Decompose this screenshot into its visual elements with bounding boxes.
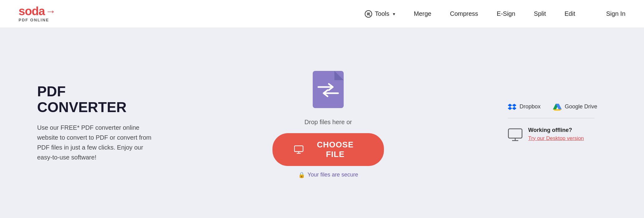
drop-text: Drop files here or — [304, 119, 352, 126]
header: soda → PDF ONLINE Tools ▾ Merge Compress… — [0, 0, 644, 28]
nav-split[interactable]: Split — [534, 10, 546, 17]
gdrive-icon — [553, 103, 562, 111]
nav-compress[interactable]: Compress — [450, 10, 478, 17]
offline-title: Working offline? — [528, 127, 584, 133]
nav-tools[interactable]: Tools ▾ — [364, 10, 395, 18]
main-content: PDF CONVERTER Use our FREE* PDF converte… — [0, 28, 644, 218]
logo-arrow: → — [46, 6, 56, 16]
offline-info: Working offline? Try our Desktop version — [528, 127, 584, 142]
cloud-options: Dropbox Google Drive — [508, 103, 597, 111]
main-nav: Tools ▾ Merge Compress E-Sign Split Edit… — [364, 10, 625, 18]
dropbox-label: Dropbox — [520, 103, 541, 110]
page-title: PDF CONVERTER — [37, 84, 155, 115]
logo-soda: soda — [19, 5, 45, 17]
file-icon-container — [310, 68, 347, 112]
nav-merge[interactable]: Merge — [414, 10, 431, 17]
tools-icon — [364, 10, 372, 18]
divider — [508, 118, 594, 118]
left-section: PDF CONVERTER Use our FREE* PDF converte… — [37, 84, 167, 162]
secure-label: Your files are secure — [307, 172, 358, 178]
secure-text: 🔒 Your files are secure — [298, 172, 358, 178]
page-description: Use our FREE* PDF converter online websi… — [37, 123, 155, 162]
right-section: Dropbox Google Drive — [489, 103, 607, 143]
gdrive-label: Google Drive — [565, 103, 597, 110]
file-icon — [310, 68, 347, 111]
choose-file-label: CHOOSE FILE — [308, 140, 362, 159]
tools-label: Tools — [375, 10, 389, 17]
logo[interactable]: soda → PDF ONLINE — [19, 5, 56, 22]
dropbox-option[interactable]: Dropbox — [508, 103, 541, 111]
nav-esign[interactable]: E-Sign — [497, 10, 515, 17]
tools-chevron: ▾ — [393, 11, 395, 16]
gdrive-option[interactable]: Google Drive — [553, 103, 597, 111]
logo-sub: PDF ONLINE — [19, 18, 56, 22]
desktop-monitor-icon — [508, 128, 523, 142]
offline-link[interactable]: Try our Desktop version — [528, 135, 584, 141]
svg-rect-4 — [294, 146, 303, 151]
choose-file-button[interactable]: CHOOSE FILE — [272, 133, 384, 166]
monitor-icon — [294, 145, 303, 154]
lock-icon: 🔒 — [298, 172, 305, 178]
svg-rect-7 — [508, 129, 522, 138]
nav-edit[interactable]: Edit — [564, 10, 575, 17]
dropbox-icon — [508, 103, 516, 111]
nav-signin[interactable]: Sign In — [606, 10, 625, 17]
center-section: Drop files here or CHOOSE FILE 🔒 Your fi… — [167, 68, 489, 178]
offline-section: Working offline? Try our Desktop version — [508, 127, 584, 143]
desktop-icon-wrap — [508, 128, 523, 143]
